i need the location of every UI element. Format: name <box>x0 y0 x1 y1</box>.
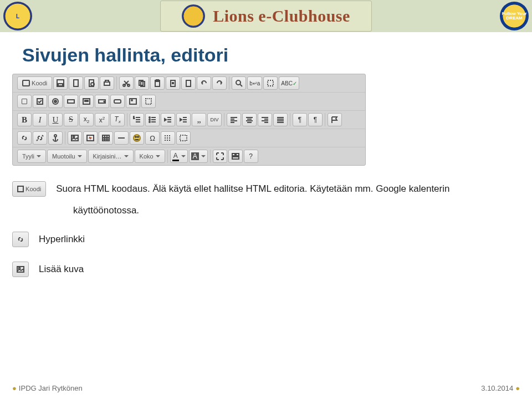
bold-button[interactable]: B <box>17 113 32 126</box>
source-button[interactable]: Koodi <box>17 76 52 90</box>
svg-point-26 <box>131 100 132 101</box>
select-all-icon <box>267 79 274 87</box>
toolbar-row-4: Ω <box>13 129 365 147</box>
redo-button[interactable] <box>212 76 227 90</box>
image-button-field[interactable] <box>126 95 140 108</box>
align-justify-button[interactable] <box>273 113 288 126</box>
rtl-button[interactable]: ¶ <box>308 113 323 126</box>
paste-text-button[interactable] <box>166 76 180 90</box>
align-left-icon <box>230 116 238 124</box>
outdent-button[interactable] <box>161 113 175 126</box>
blockquote-button[interactable]: „ <box>192 113 206 126</box>
special-char-button[interactable]: Ω <box>145 131 160 145</box>
ol-icon: 1 <box>133 116 141 124</box>
svg-point-16 <box>236 80 241 85</box>
select-button[interactable] <box>95 95 109 108</box>
link-button[interactable] <box>17 131 32 145</box>
font-dropdown[interactable]: Kirjaisini… <box>88 150 134 163</box>
toolbar-row-3: B I U S x2 x2 Tx 1 „ DIV <box>13 111 365 129</box>
clipboard-word-icon <box>185 79 192 87</box>
ltr-button[interactable]: ¶ <box>293 113 307 126</box>
cut-button[interactable] <box>119 76 134 90</box>
table-button[interactable] <box>99 131 113 145</box>
format-dropdown[interactable]: Muotoilu <box>47 150 87 163</box>
styles-dropdown[interactable]: Tyyli <box>17 150 46 163</box>
image-icon <box>71 134 79 142</box>
koodi-small-button[interactable]: Koodi <box>12 181 46 197</box>
bg-color-button[interactable]: A <box>189 150 208 163</box>
indent-button[interactable] <box>176 113 191 126</box>
hidden-field-button[interactable] <box>141 95 156 108</box>
svg-rect-15 <box>186 80 191 86</box>
svg-rect-44 <box>18 186 23 192</box>
strike-button[interactable]: S <box>64 113 78 126</box>
paste-button[interactable] <box>150 76 165 90</box>
text-color-button[interactable]: A <box>170 150 188 163</box>
svg-point-5 <box>91 83 94 86</box>
replace-button[interactable]: b↵a <box>247 76 262 90</box>
align-center-button[interactable] <box>242 113 257 126</box>
ul-icon <box>149 116 156 124</box>
size-dropdown[interactable]: Koko <box>135 150 165 163</box>
svg-point-31 <box>149 121 150 122</box>
align-right-button[interactable] <box>258 113 272 126</box>
smiley-button[interactable] <box>130 131 144 145</box>
koodi-row: Koodi Suora HTML koodaus. Älä käytä elle… <box>12 181 532 197</box>
subscript-button[interactable]: x2 <box>79 113 94 126</box>
toolbar-row-5: Tyyli Muotoilu Kirjaisini… Koko A A ? <box>13 147 365 165</box>
maximize-button[interactable] <box>213 150 227 163</box>
button-field-button[interactable] <box>110 95 125 108</box>
form-button[interactable] <box>17 95 32 108</box>
dropdown-icon <box>98 98 106 105</box>
select-all-button[interactable] <box>263 76 278 90</box>
page-title: Sivujen hallinta, editori <box>22 44 532 66</box>
checkbox-icon <box>36 98 44 105</box>
page-break-button[interactable] <box>161 131 175 145</box>
checkbox-button[interactable] <box>33 95 47 108</box>
svg-rect-21 <box>68 100 74 103</box>
svg-rect-25 <box>130 99 136 104</box>
language-button[interactable] <box>328 113 342 126</box>
save-button[interactable] <box>53 76 68 90</box>
flash-button[interactable] <box>83 131 98 145</box>
spellcheck-button[interactable]: ABC✓ <box>279 76 299 90</box>
iframe-button[interactable] <box>176 131 191 145</box>
unlink-icon <box>36 134 44 142</box>
bullet-list-button[interactable] <box>145 113 160 126</box>
textarea-button[interactable] <box>79 95 94 108</box>
indent-icon <box>180 116 187 124</box>
lions-emblem-left: L <box>3 2 32 30</box>
about-button[interactable]: ? <box>244 150 258 163</box>
anchor-button[interactable] <box>48 131 63 145</box>
find-button[interactable] <box>232 76 246 90</box>
underline-button[interactable]: U <box>48 113 63 126</box>
slide-footer: ●IPDG Jari Rytkönen 3.10.2014● <box>0 384 532 392</box>
link-icon <box>21 134 28 142</box>
show-blocks-button[interactable] <box>228 150 243 163</box>
textarea-icon <box>83 98 90 105</box>
new-page-button[interactable] <box>69 76 83 90</box>
image-small-button[interactable] <box>12 262 29 277</box>
italic-button[interactable]: I <box>33 113 47 126</box>
print-button[interactable] <box>100 76 114 90</box>
numbered-list-button[interactable]: 1 <box>130 113 144 126</box>
editor-toolbar: Koodi b↵a ABC✓ <box>12 74 366 166</box>
image-button[interactable] <box>68 131 82 145</box>
remove-format-button[interactable]: Tx <box>110 113 125 126</box>
hr-button[interactable] <box>114 131 129 145</box>
unlink-button[interactable] <box>33 131 47 145</box>
koodi-caption-a: Suora HTML koodaus. Älä käytä ellet hall… <box>56 183 449 195</box>
svg-point-37 <box>134 135 140 141</box>
text-field-button[interactable] <box>64 95 78 108</box>
svg-point-32 <box>54 135 57 137</box>
align-left-button[interactable] <box>227 113 241 126</box>
preview-button[interactable] <box>84 76 99 90</box>
radio-button[interactable] <box>48 95 63 108</box>
copy-button[interactable] <box>135 76 149 90</box>
svg-point-39 <box>137 136 139 137</box>
div-button[interactable]: DIV <box>207 113 222 126</box>
superscript-button[interactable]: x2 <box>95 113 109 126</box>
hyperlink-small-button[interactable] <box>12 232 29 247</box>
undo-button[interactable] <box>197 76 211 90</box>
paste-word-button[interactable] <box>181 76 196 90</box>
